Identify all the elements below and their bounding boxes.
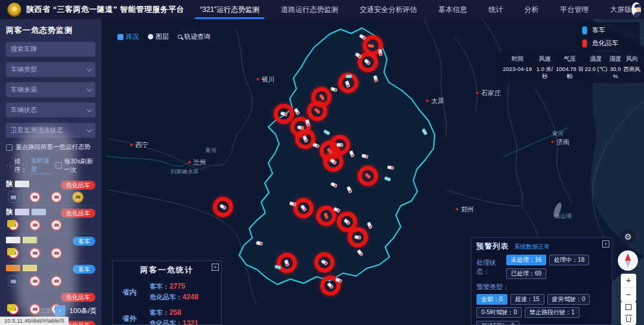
fullscreen-button[interactable]	[621, 301, 636, 313]
city-dot-icon	[456, 208, 459, 211]
clear-button[interactable]	[621, 313, 636, 325]
vehicle-row-3[interactable]: 客车	[6, 262, 95, 290]
tab-4[interactable]: 统计	[488, 0, 503, 19]
weather-value: 2023-04-19	[503, 66, 532, 73]
sort-by-speed-link[interactable]: 实时速度	[31, 157, 50, 174]
weather-header: 时间	[512, 55, 524, 63]
danger-count-value: 1321	[182, 319, 199, 325]
close-icon[interactable]: ×	[212, 264, 219, 271]
water-label: 刘家峡水库	[171, 168, 199, 176]
bus-icon	[582, 26, 587, 35]
compass-control[interactable]	[618, 250, 638, 271]
city-name: 郑州	[461, 205, 474, 214]
no-entry-truck-icon	[51, 276, 62, 287]
process-filter-2[interactable]: 已处理：69	[506, 268, 546, 279]
filter-select-2[interactable]: 车辆状态	[6, 103, 95, 117]
map-settings-button[interactable]: ⚙	[620, 229, 636, 244]
compass-needle-south	[625, 261, 631, 268]
process-filter-1[interactable]: 处理中：18	[549, 255, 589, 265]
browser-status-url: 10.5.11.46/dist/#/table/5	[0, 317, 69, 325]
tab-7[interactable]: 大屏版	[610, 0, 631, 19]
weather-col-0: 时间2023-04-19	[500, 55, 534, 80]
bus-icon	[8, 276, 19, 287]
sort-arrows-icon: ↑↓	[6, 162, 12, 169]
plate-text: 陕	[6, 208, 13, 216]
chevron-down-icon	[86, 106, 92, 112]
violation-icons	[6, 219, 95, 231]
city-name: 太原	[431, 97, 444, 106]
filter-select-0[interactable]: 车辆类型	[6, 62, 95, 77]
water-label: 黄河	[205, 147, 216, 154]
map-toolbar-2[interactable]: 轨迹查询	[178, 32, 210, 41]
city-label-银川: 银川	[256, 75, 275, 84]
type-filter-1[interactable]: 禁止路段行驶：1	[525, 307, 580, 318]
sort-label: 排序：	[14, 157, 29, 174]
map-toolbar-1[interactable]: 图层	[148, 32, 169, 41]
checkbox-icon[interactable]	[6, 144, 13, 151]
page-size-selector[interactable]: 100条/页	[70, 307, 97, 315]
map-toolbar-label: 轨迹查询	[184, 32, 210, 41]
water-label: 黄河	[552, 130, 564, 138]
tab-1[interactable]: 道路运行态势监测	[281, 0, 338, 19]
no-entry-truck-icon	[51, 247, 62, 259]
type-filter-0[interactable]: 0-5时驾驶：0	[476, 307, 522, 318]
filter-select-label: 车辆来源	[11, 85, 37, 94]
warning-list-panel: × 预警列表 系统数据正常 处理状态： 未处理：16处理中：18已处理：69 预…	[471, 237, 612, 325]
key-road-checkbox-row[interactable]: 重点路段两客一危运行态势	[6, 143, 95, 151]
type-filter-1[interactable]: 超速：15	[510, 294, 544, 305]
tab-5[interactable]: 分析	[524, 0, 538, 19]
no-entry-truck-icon	[51, 219, 62, 231]
close-icon[interactable]: ×	[602, 240, 609, 247]
plate-redaction-block	[15, 181, 29, 187]
zoom-out-button[interactable]: −	[621, 288, 636, 302]
tab-0[interactable]: “321”运行态势监测	[200, 0, 259, 19]
type-filter-2[interactable]: 超速50%：0	[476, 321, 519, 325]
bus-count-value: 258	[169, 308, 181, 317]
plate-search-input[interactable]: 搜索车牌	[6, 42, 95, 57]
tab-6[interactable]: 平台管理	[560, 0, 589, 19]
vehicle-row-1[interactable]: 陕危化品车	[6, 206, 95, 234]
plate-redaction-block	[23, 265, 37, 271]
vehicle-marker-17[interactable]	[336, 143, 343, 147]
type-filter-0[interactable]: 全部：0	[476, 294, 507, 305]
weather-header: 风速	[539, 55, 551, 63]
type-filter-2[interactable]: 疲劳驾驶：0	[547, 294, 590, 305]
weather-value: 30.0 %	[608, 66, 624, 80]
no-entry-truck-icon	[29, 276, 41, 287]
vehicle-row-0[interactable]: 陕危化品车	[6, 178, 95, 206]
map-toolbar-0[interactable]: 路况	[117, 32, 139, 41]
city-label-太原: 太原	[426, 97, 444, 106]
user-avatar[interactable]	[631, 2, 641, 17]
city-label-西宁: 西宁	[130, 141, 148, 150]
traffic-icon	[117, 34, 123, 40]
danger-count-value: 4248	[182, 293, 199, 301]
tab-2[interactable]: 交通安全分析评估	[360, 0, 417, 19]
tab-3[interactable]: 基本信息	[438, 0, 467, 19]
map-toolbar: 路况图层轨迹查询	[111, 30, 217, 44]
vehicle-row-2[interactable]: 客车	[6, 234, 95, 262]
city-label-兰州: 兰州	[188, 158, 206, 167]
vehicle-marker-4[interactable]	[346, 75, 352, 78]
city-dot-icon	[476, 92, 479, 95]
process-filter-0[interactable]: 未处理：16	[506, 255, 546, 265]
sidebar-title: 两客一危态势监测	[6, 25, 95, 36]
stats-group-label: 省外	[119, 308, 150, 325]
trash-icon	[626, 317, 631, 322]
warning-type-label: 预警类型：	[476, 283, 509, 292]
warning-panel-title: 预警列表	[476, 242, 509, 252]
danger-count-label: 危化品车：	[150, 293, 182, 301]
no-entry-truck-icon	[29, 191, 41, 203]
danger-count-label: 危化品车：	[150, 320, 182, 325]
refresh-checkbox[interactable]	[55, 162, 62, 169]
next-page-button[interactable]: ›	[55, 305, 66, 316]
stats-row-outside: 省外 客车：258 危化品车：1321	[119, 308, 215, 325]
avatar-body	[633, 12, 641, 17]
plate-redaction-block	[32, 209, 46, 215]
bus-count-value: 2775	[169, 282, 185, 290]
map-legend: 客车 危化品车	[577, 22, 640, 51]
compass-needle-north	[625, 253, 631, 261]
sort-row: ↑↓ 排序： 实时速度 每30s刷新一次	[6, 157, 95, 174]
zoom-in-button[interactable]: +	[621, 274, 636, 287]
filter-select-1[interactable]: 车辆来源	[6, 82, 95, 97]
filter-select-3[interactable]: 卫星监测违法状态	[6, 123, 95, 138]
